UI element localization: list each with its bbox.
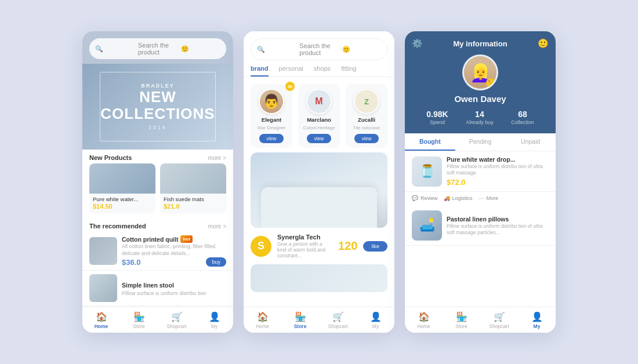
search-bar-1[interactable]: 🔍 Search the product 🙂 — [89, 38, 226, 59]
brand-card-3[interactable]: Z Zucalli Tile colocase view — [346, 84, 387, 148]
bottom-nav-1: 🏠 Home 🏪 Store 🛒 Shopcart 👤 My — [82, 307, 233, 333]
logistics-button[interactable]: 🚚 Logistics — [444, 195, 473, 201]
nav-home-1[interactable]: 🏠 Home — [82, 311, 120, 329]
brand-avatar-2: M — [306, 89, 332, 114]
tab-personal[interactable]: personal — [279, 65, 303, 77]
view-button-3[interactable]: view — [354, 134, 378, 143]
tab-shops[interactable]: shops — [314, 65, 331, 77]
more-button[interactable]: ··· More — [478, 194, 499, 202]
phone-2: 🔍 Search the product 🙂 brand personal sh… — [244, 31, 394, 333]
search-bar-2[interactable]: 🔍 Search the product 🙂 — [251, 38, 387, 60]
recommended-item-2[interactable]: Simple linen stool Pillow surface is uni… — [82, 271, 233, 306]
shopcart-icon-1: 🛒 — [171, 311, 183, 322]
order-name-2: Pastoral linen pillows — [447, 216, 549, 223]
tab-unpaid[interactable]: Unpaid — [505, 133, 556, 151]
sofa-shape — [261, 187, 377, 228]
hero-main: NEWCOLLECTIONS — [100, 89, 215, 122]
buy-button-1[interactable]: buy — [206, 257, 226, 267]
profile-section: 👱‍♀️ ✏️ Owen Davey 0.98K Spend 14 Alread… — [405, 54, 556, 133]
stat-spend: 0.98K Spend — [426, 110, 448, 125]
brand-avatar-3: Z — [354, 89, 379, 114]
nav-store-2[interactable]: 🏪 Store — [281, 311, 319, 329]
new-products-header: New Products more > — [82, 150, 233, 163]
nav-store-3[interactable]: 🏪 Store — [443, 311, 480, 329]
order-info-1: Pure white water drop... Pillow surface … — [447, 156, 549, 187]
phone3-header: ⚙️ My information 🙂 — [405, 31, 556, 54]
nav-store-1[interactable]: 🏪 Store — [120, 311, 158, 329]
order-name-1: Pure white water drop... — [447, 156, 549, 163]
avatar-edit-icon[interactable]: ✏️ — [486, 78, 495, 88]
brand-card-1[interactable]: 46 👨 Elegant Star Designer view — [251, 84, 292, 148]
nav-my-1[interactable]: 👤 My — [195, 311, 233, 329]
recommended-item-1[interactable]: Cotton printed quilt hot All cotton line… — [82, 232, 233, 271]
rec-name-1: Cotton printed quilt — [122, 236, 178, 243]
brand-name-1: Elegant — [262, 117, 281, 123]
nav-shopcart-3[interactable]: 🛒 Shopcart — [480, 311, 518, 329]
product-image-2 — [160, 163, 226, 194]
tab-pending[interactable]: Pending — [455, 133, 506, 151]
review-icon: 💬 — [412, 195, 418, 201]
phone-3: ⚙️ My information 🙂 👱‍♀️ ✏️ Owen Davey 0… — [405, 31, 556, 333]
nav-shopcart-label-1: Shopcart — [166, 323, 186, 329]
brand-sub-1: Star Designer — [258, 125, 286, 130]
nav-home-3[interactable]: 🏠 Home — [405, 311, 443, 329]
order-image-2: 🛋️ — [412, 210, 442, 241]
brands-row: 46 👨 Elegant Star Designer view M Marcla… — [244, 77, 394, 152]
brand-feature-info: Synergla Tech Give a person with a kind … — [277, 234, 332, 259]
store-icon-2: 🏪 — [295, 311, 306, 322]
order-item-2[interactable]: 🛋️ Pastoral linen pillows Pillow surface… — [405, 206, 556, 246]
recommended-title: The recommended — [89, 223, 146, 230]
profile-name: Owen Davey — [454, 94, 506, 104]
gear-icon[interactable]: ⚙️ — [412, 38, 423, 49]
recommended-more[interactable]: more > — [208, 223, 226, 230]
brand-card-2[interactable]: M Marclano Culoni Heritage view — [298, 84, 340, 148]
phone2-header: 🔍 Search the product 🙂 — [244, 31, 394, 60]
stat-buy: 14 Already buy — [466, 110, 494, 125]
tab-bought[interactable]: Bought — [405, 133, 455, 151]
hot-badge-1: hot — [180, 235, 192, 243]
view-button-1[interactable]: view — [259, 134, 283, 143]
my-icon-1: 👤 — [209, 311, 220, 322]
avatar-circle: 👱‍♀️ ✏️ — [462, 54, 498, 90]
product-card-1[interactable]: Pure white water... $14.50 — [89, 163, 155, 213]
logistics-icon: 🚚 — [444, 195, 450, 201]
brand-logo: S — [251, 236, 271, 257]
new-products-more[interactable]: more > — [208, 155, 226, 161]
my-icon-2: 👤 — [370, 311, 382, 322]
brand-sub-3: Tile colocase — [353, 125, 380, 130]
product-price-1: $14.50 — [89, 203, 155, 210]
review-label: Review — [420, 195, 438, 201]
bottom-nav-3: 🏠 Home 🏪 Store 🛒 Shopcart 👤 My — [405, 307, 556, 333]
like-button[interactable]: like — [363, 241, 387, 252]
rec-desc-2: Pillow surface is uniform distribu tion — [122, 290, 226, 297]
product-image-1 — [89, 163, 155, 194]
home-icon-1: 🏠 — [96, 311, 107, 322]
product-card-2[interactable]: Fish suede mats $21.0 — [160, 163, 226, 213]
nav-store-label-1: Store — [133, 323, 144, 329]
phone1-header: 🔍 Search the product 🙂 — [82, 31, 233, 64]
product-grid: Pure white water... $14.50 Fish suede ma… — [82, 163, 233, 218]
view-button-2[interactable]: view — [307, 134, 331, 143]
search-placeholder-1: Search the product — [138, 42, 177, 56]
nav-my-2[interactable]: 👤 My — [357, 311, 394, 329]
stats-row: 0.98K Spend 14 Already buy 68 Collection — [412, 110, 549, 125]
shopcart-icon-2: 🛒 — [332, 311, 344, 322]
review-button[interactable]: 💬 Review — [412, 195, 438, 201]
hero-year: · 2016 · — [142, 125, 173, 130]
my-icon-3: 👤 — [531, 311, 543, 322]
tab-brand[interactable]: brand — [251, 65, 269, 77]
emoji-icon-1: 🙂 — [181, 45, 220, 53]
nav-my-3[interactable]: 👤 My — [518, 311, 556, 329]
more-dots-icon: ··· — [478, 194, 484, 202]
nav-home-label-1: Home — [95, 323, 108, 329]
nav-store-label-2: Store — [294, 323, 307, 329]
order-item-1[interactable]: 🫙 Pure white water drop... Pillow surfac… — [405, 151, 556, 192]
nav-shopcart-2[interactable]: 🛒 Shopcart — [319, 311, 357, 329]
nav-home-2[interactable]: 🏠 Home — [244, 311, 281, 329]
tab-fitting[interactable]: fitting — [341, 65, 356, 77]
brand-badge-1: 46 — [285, 82, 295, 91]
nav-shopcart-label-2: Shopcart — [328, 323, 347, 329]
product-name-2: Fish suede mats — [160, 194, 226, 203]
store-icon-1: 🏪 — [133, 311, 145, 322]
nav-shopcart-1[interactable]: 🛒 Shopcart — [158, 311, 195, 329]
